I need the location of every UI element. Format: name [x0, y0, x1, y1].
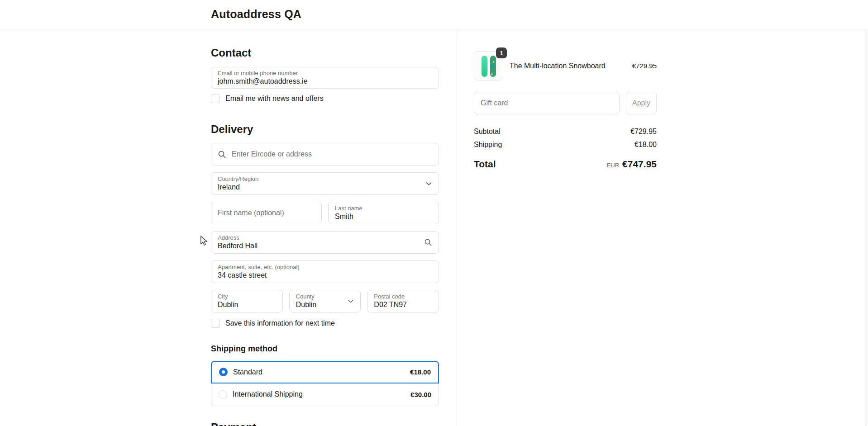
product-thumbnail: 1 [474, 51, 503, 80]
address-value: Bedford Hall [218, 241, 432, 251]
news-offers-label: Email me with news and offers [225, 95, 324, 103]
quantity-badge: 1 [496, 47, 507, 58]
shipping-option-standard[interactable]: Standard €18.00 [211, 361, 439, 383]
cart-line-item: 1 The Multi-location Snowboard €729.95 [474, 51, 657, 80]
apartment-value: 34 castle street [218, 271, 432, 280]
totals-section: Subtotal €729.95 Shipping €18.00 Total E… [474, 128, 657, 170]
subtotal-row: Subtotal €729.95 [474, 128, 657, 136]
city-value: Dublin [218, 300, 276, 310]
city-field[interactable]: City Dublin [211, 290, 283, 312]
apartment-field[interactable]: Apartment, suite, etc. (optional) 34 cas… [211, 260, 439, 283]
gift-card-placeholder: Gift card [481, 99, 508, 107]
subtotal-value: €729.95 [630, 128, 657, 136]
currency-code: EUR [607, 162, 619, 169]
address-search-icon [424, 238, 432, 246]
shipping-row: Shipping €18.00 [474, 141, 657, 149]
city-label: City [218, 293, 276, 300]
shipping-value: €18.00 [634, 141, 657, 149]
checkout-page: Autoaddress QA Contact Email or mobile p… [0, 0, 868, 426]
radio-unselected-icon[interactable] [219, 390, 227, 399]
product-price: €729.95 [632, 62, 657, 70]
order-summary-column: 1 The Multi-location Snowboard €729.95 G… [474, 29, 657, 175]
postal-code-value: D02 TN97 [374, 300, 432, 310]
shipping-option-price: €18.00 [410, 368, 431, 376]
news-offers-checkbox[interactable] [211, 94, 220, 103]
chevron-down-icon [348, 298, 354, 304]
contact-heading: Contact [211, 47, 439, 60]
save-info-checkbox-row[interactable]: Save this information for next time [211, 319, 439, 328]
email-field-label: Email or mobile phone number [218, 70, 432, 77]
snowboard-image [490, 56, 496, 77]
email-field[interactable]: Email or mobile phone number johm.smith@… [211, 67, 439, 89]
address-field[interactable]: Address Bedford Hall [211, 231, 439, 254]
eircode-search-input[interactable]: Enter Eircode or address [211, 143, 439, 166]
mouse-cursor [199, 236, 209, 248]
address-label: Address [218, 234, 432, 241]
shipping-method-heading: Shipping method [211, 344, 439, 354]
snowboard-image [482, 56, 487, 77]
payment-heading: Payment [211, 421, 439, 426]
last-name-label: Last name [335, 205, 432, 212]
email-field-value: johm.smith@autoaddress.ie [218, 77, 432, 86]
shipping-option-label: Standard [233, 368, 262, 376]
eircode-search-placeholder: Enter Eircode or address [232, 150, 312, 158]
first-name-field[interactable]: First name (optional) [211, 202, 322, 224]
shipping-options: Standard €18.00 International Shipping €… [211, 361, 439, 406]
checkout-form-column: Contact Email or mobile phone number joh… [211, 29, 439, 426]
product-title: The Multi-location Snowboard [510, 62, 628, 70]
shipping-option-international[interactable]: International Shipping €30.00 [211, 383, 439, 406]
column-divider [457, 30, 457, 426]
header: Autoaddress QA [0, 0, 868, 29]
scrollbar[interactable] [865, 30, 867, 426]
total-row: Total EUR €747.95 [474, 159, 657, 170]
county-label: County [296, 293, 354, 300]
total-label: Total [474, 159, 496, 170]
apply-gift-card-button[interactable]: Apply [626, 92, 657, 114]
shipping-option-price: €30.00 [410, 391, 431, 398]
country-label: Country/Region [218, 175, 432, 183]
shipping-label: Shipping [474, 141, 502, 149]
news-offers-checkbox-row[interactable]: Email me with news and offers [211, 94, 439, 103]
delivery-heading: Delivery [211, 123, 439, 136]
save-info-label: Save this information for next time [225, 319, 335, 327]
postal-code-label: Postal code [374, 293, 432, 300]
country-value: Ireland [218, 183, 432, 192]
gift-card-input[interactable]: Gift card [474, 92, 620, 114]
store-name[interactable]: Autoaddress QA [211, 8, 301, 21]
county-value: Dublin [296, 300, 354, 310]
last-name-field[interactable]: Last name Smith [328, 202, 439, 224]
radio-selected-icon[interactable] [219, 368, 228, 376]
shipping-option-label: International Shipping [233, 390, 303, 398]
county-select[interactable]: County Dublin [289, 290, 361, 312]
search-icon [218, 150, 226, 159]
subtotal-label: Subtotal [474, 128, 501, 136]
total-value: €747.95 [622, 159, 657, 170]
apartment-label: Apartment, suite, etc. (optional) [218, 264, 432, 271]
first-name-placeholder: First name (optional) [218, 209, 315, 217]
last-name-value: Smith [335, 212, 432, 222]
country-select[interactable]: Country/Region Ireland [211, 172, 439, 195]
save-info-checkbox[interactable] [211, 319, 220, 328]
chevron-down-icon [425, 180, 432, 187]
postal-code-field[interactable]: Postal code D02 TN97 [367, 290, 439, 312]
